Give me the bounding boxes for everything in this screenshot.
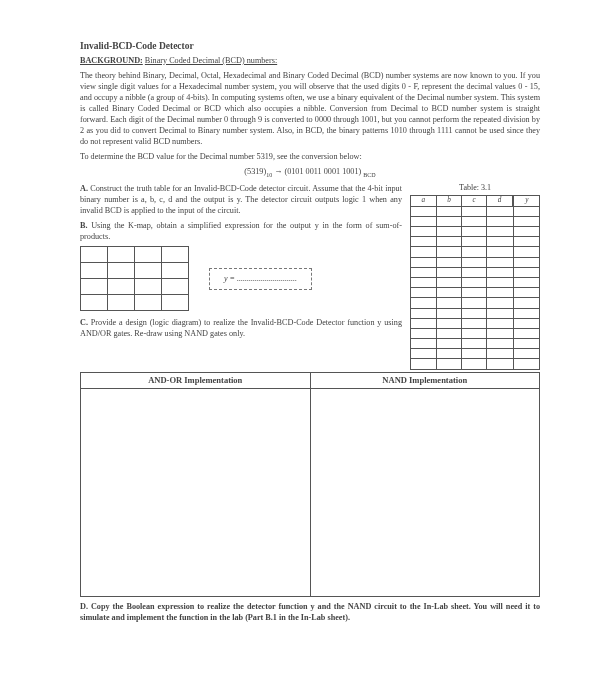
table-row [411,216,540,226]
section-c-label: C. [80,318,88,327]
section-a-row: A. Construct the truth table for an Inva… [80,183,540,370]
background-paragraph: The theory behind Binary, Decimal, Octal… [80,70,540,147]
table-row [411,206,540,216]
conversion-intro: To determine the BCD value for the Decim… [80,151,540,162]
truth-table-title: Table: 3.1 [410,183,540,194]
section-c-text: Provide a design (logic diagram) to real… [80,318,402,338]
y-blank: .............................. [237,274,297,283]
table-row [411,328,540,338]
table-row [411,247,540,257]
th-y: y [513,195,539,206]
doc-title: Invalid-BCD-Code Detector [80,40,540,53]
th-b: b [436,195,462,206]
table-row [411,227,540,237]
truth-table-wrap: Table: 3.1 a b c d y [410,183,540,370]
impl-cell-nand [310,389,540,597]
table-row [411,318,540,328]
document-page: Invalid-BCD-Code Detector BACKGROUND: Bi… [0,0,600,700]
section-a-label: A. [80,184,88,193]
table-row [411,237,540,247]
conversion-line: (5319)10 → (0101 0011 0001 1001) BCD [80,166,540,179]
kmap-row: y = .............................. [80,246,402,311]
th-a: a [411,195,437,206]
table-row [411,277,540,287]
section-b: B. Using the K-map, obtain a simplified … [80,220,402,242]
bg-subtitle: Binary Coded Decimal (BCD) numbers: [145,56,277,65]
impl-cell-andor [81,389,311,597]
table-row [411,359,540,369]
truth-table: a b c d y [410,195,540,370]
th-c: c [462,195,487,206]
table-row [411,339,540,349]
conv-rhs: (0101 0011 0001 1001) [284,167,361,176]
section-b-text: Using the K-map, obtain a simplified exp… [80,221,402,241]
section-a-text: Construct the truth table for an Invalid… [80,184,402,215]
conv-lhs: (5319) [244,167,266,176]
section-d: D. Copy the Boolean expression to realiz… [80,601,540,623]
bg-label: BACKGROUND: [80,56,143,65]
table-row [411,308,540,318]
table-row [411,257,540,267]
implementation-table: AND-OR Implementation NAND Implementatio… [80,372,540,597]
conv-sub1: 10 [266,172,272,178]
y-expression-box: y = .............................. [209,268,312,291]
background-heading: BACKGROUND: Binary Coded Decimal (BCD) n… [80,55,540,66]
table-row [411,349,540,359]
kmap-grid [80,246,189,311]
table-row [411,267,540,277]
table-row [411,298,540,308]
impl-header-nand: NAND Implementation [310,372,540,388]
section-b-label: B. [80,221,88,230]
th-d: d [486,195,513,206]
y-label: y = [224,274,237,283]
impl-header-andor: AND-OR Implementation [81,372,311,388]
section-c: C. Provide a design (logic diagram) to r… [80,317,402,339]
arrow-icon: → [274,167,282,176]
section-a: A. Construct the truth table for an Inva… [80,183,402,216]
conv-sub2: BCD [363,172,375,178]
table-row [411,288,540,298]
